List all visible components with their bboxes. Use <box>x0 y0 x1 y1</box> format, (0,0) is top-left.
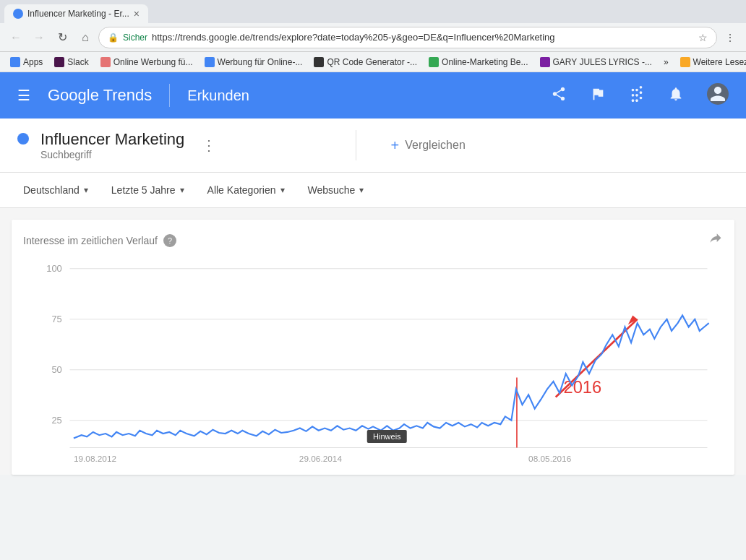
address-bar[interactable]: 🔒 Sicher https://trends.google.de/trends… <box>98 27 717 48</box>
active-tab[interactable]: Influencer Marketing - Er... × <box>4 4 148 23</box>
bookmark-more-arrow[interactable]: » <box>659 56 673 69</box>
chart-annotation-tooltip: Hinweis <box>367 430 407 443</box>
share-icon[interactable] <box>545 80 573 111</box>
region-label: Deutschland <box>23 184 80 196</box>
bookmark-weitere[interactable]: Weitere Lesezeich... <box>676 56 746 69</box>
tab-favicon <box>13 9 23 19</box>
chart-header: Interesse im zeitlichen Verlauf ? <box>23 231 723 249</box>
bell-icon[interactable] <box>662 80 690 111</box>
bookmark-star-icon[interactable]: ☆ <box>698 32 708 43</box>
bookmark-online-werbung[interactable]: Online Werbung fü... <box>96 56 197 69</box>
back-button[interactable]: ← <box>6 27 26 48</box>
lock-icon: 🔒 <box>108 33 119 43</box>
forward-button[interactable]: → <box>29 27 49 48</box>
svg-text:100: 100 <box>46 263 62 274</box>
svg-text:29.06.2014: 29.06.2014 <box>299 454 343 463</box>
search-section: Influencer Marketing Suchbegriff ⋮ + Ver… <box>0 119 746 173</box>
term-indicator-dot <box>17 133 29 145</box>
tab-bar: Influencer Marketing - Er... × <box>0 0 746 23</box>
chart-title-row: Interesse im zeitlichen Verlauf ? <box>23 234 176 247</box>
bookmark-label: » <box>664 57 669 67</box>
svg-text:75: 75 <box>51 314 61 324</box>
bookmark-favicon <box>205 57 215 67</box>
bookmark-label: Weitere Lesezeich... <box>693 57 746 67</box>
trends-logo: Google Trends <box>48 86 152 105</box>
compare-label: Vergleichen <box>405 139 466 152</box>
page-title: Erkunden <box>187 87 249 104</box>
flag-icon[interactable] <box>584 80 612 111</box>
search-term-type: Suchbegriff <box>40 149 184 160</box>
bookmark-favicon <box>680 57 690 67</box>
chart-help-button[interactable]: ? <box>163 234 176 247</box>
trends-header: ☰ Google Trends Erkunden <box>0 72 746 119</box>
hamburger-menu-button[interactable]: ☰ <box>12 81 36 110</box>
chart-title: Interesse im zeitlichen Verlauf <box>23 235 158 246</box>
compare-plus-icon: + <box>391 137 400 154</box>
bookmark-label: Apps <box>23 57 43 67</box>
chart-section: Interesse im zeitlichen Verlauf ? 100 75… <box>12 220 734 475</box>
category-arrow-icon: ▾ <box>280 185 285 195</box>
search-term-name: Influencer Marketing <box>40 130 184 149</box>
grid-icon[interactable] <box>623 80 651 111</box>
home-button[interactable]: ⌂ <box>75 27 95 48</box>
filters-bar: Deutschland ▾ Letzte 5 Jahre ▾ Alle Kate… <box>0 173 746 208</box>
svg-text:50: 50 <box>51 364 61 375</box>
tab-title: Influencer Marketing - Er... <box>27 9 129 19</box>
reload-button[interactable]: ↻ <box>52 27 72 48</box>
bookmarks-bar: Apps Slack Online Werbung fü... Werbung … <box>0 52 746 72</box>
bookmark-favicon <box>429 57 439 67</box>
bookmark-label: GARY JULES LYRICS -... <box>553 57 652 67</box>
search-type-arrow-icon: ▾ <box>359 185 364 195</box>
period-arrow-icon: ▾ <box>180 185 184 195</box>
bookmark-label: QR Code Generator -... <box>327 57 417 67</box>
search-term-info: Influencer Marketing Suchbegriff <box>40 130 184 160</box>
browser-chrome: Influencer Marketing - Er... × ← → ↻ ⌂ 🔒… <box>0 0 746 72</box>
url-display: https://trends.google.de/trends/explore?… <box>152 32 694 43</box>
bookmark-gary-jules[interactable]: GARY JULES LYRICS -... <box>536 56 656 69</box>
search-type-label: Websuche <box>308 184 356 196</box>
bookmark-favicon <box>540 57 550 67</box>
user-avatar[interactable] <box>701 77 734 114</box>
bookmark-slack[interactable]: Slack <box>50 56 93 69</box>
category-filter[interactable]: Alle Kategorien ▾ <box>202 181 291 199</box>
bookmark-favicon <box>54 57 64 67</box>
svg-text:25: 25 <box>51 415 61 426</box>
chart-share-icon[interactable] <box>708 231 723 249</box>
svg-text:19.08.2012: 19.08.2012 <box>74 454 116 463</box>
bookmark-label: Slack <box>67 57 88 67</box>
bookmark-favicon <box>314 57 324 67</box>
search-type-filter[interactable]: Websuche ▾ <box>302 181 370 199</box>
bookmark-favicon <box>100 57 111 67</box>
bookmark-online-marketing[interactable]: Online-Marketing Be... <box>424 56 532 69</box>
chart-area: 100 75 50 25 19.08.2012 29.06.2014 08.05… <box>23 261 723 463</box>
bookmark-apps[interactable]: Apps <box>6 56 47 69</box>
bookmark-label: Online-Marketing Be... <box>442 57 528 67</box>
header-divider <box>169 84 170 107</box>
tab-close-button[interactable]: × <box>134 8 140 20</box>
app-container: ☰ Google Trends Erkunden Influencer Mark… <box>0 72 746 475</box>
bookmark-label: Online Werbung fü... <box>113 57 193 67</box>
extensions-button[interactable]: ⋮ <box>720 27 740 48</box>
secure-label: Sicher <box>123 33 147 43</box>
region-filter[interactable]: Deutschland ▾ <box>17 181 94 199</box>
bookmark-label: Werbung für Online-... <box>218 57 303 67</box>
category-label: Alle Kategorien <box>207 184 276 196</box>
search-more-options-button[interactable]: ⋮ <box>196 134 222 157</box>
bookmark-favicon <box>10 57 20 67</box>
search-term-container: Influencer Marketing Suchbegriff ⋮ <box>17 130 356 160</box>
compare-section[interactable]: + Vergleichen <box>374 132 729 160</box>
nav-extra-buttons: ⋮ <box>720 27 740 48</box>
bookmark-qr-code[interactable]: QR Code Generator -... <box>309 56 421 69</box>
bookmark-werbung-online[interactable]: Werbung für Online-... <box>200 56 307 69</box>
period-filter[interactable]: Letzte 5 Jahre ▾ <box>106 181 190 199</box>
region-arrow-icon: ▾ <box>84 185 88 195</box>
navigation-bar: ← → ↻ ⌂ 🔒 Sicher https://trends.google.d… <box>0 23 746 52</box>
period-label: Letzte 5 Jahre <box>111 184 176 196</box>
svg-text:08.05.2016: 08.05.2016 <box>528 454 572 463</box>
